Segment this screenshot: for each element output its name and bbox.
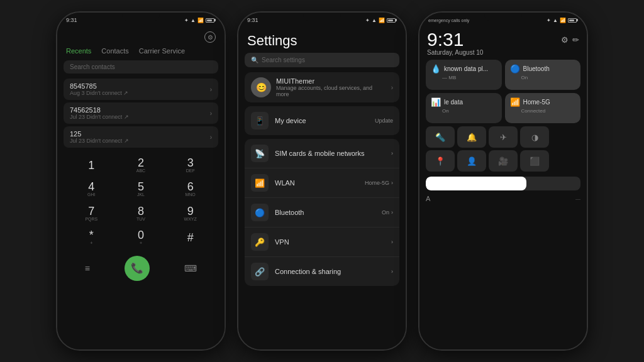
account-arrow: › — [391, 84, 393, 91]
dial-key-3[interactable]: 3DEF — [166, 154, 214, 177]
qs-video-tile[interactable]: 🎥 — [489, 150, 518, 172]
qs-settings-icon[interactable]: ⚙ — [561, 35, 569, 45]
wifi-tile-sub: Connected — [510, 108, 576, 114]
call-date-1: Aug 3 Didn't connect ↗ — [70, 90, 128, 96]
bluetooth-label: Bluetooth — [275, 209, 375, 216]
status-icons-3: ✦ ▲ 📶 — [547, 18, 578, 23]
qs-bell-tile[interactable]: 🔔 — [457, 126, 486, 148]
recent-call-1[interactable]: 8545785 Aug 3 Didn't connect ↗ › — [64, 79, 218, 100]
mobiledata-tile-sub: On — [431, 108, 497, 114]
tab-carrier[interactable]: Carrier Service — [135, 45, 189, 57]
status-icons-1: ✦ ▲ 📶 — [184, 18, 216, 23]
mydevice-icon: 📱 — [251, 112, 269, 129]
sig-icon: ▲ — [372, 18, 377, 23]
settings-content: Settings 🔍 Search settings 😊 MIUIThemer … — [238, 28, 406, 349]
sim-icon: 📡 — [251, 145, 269, 162]
settings-item-bluetooth[interactable]: 🔵 Bluetooth On › — [245, 198, 399, 228]
keypad-icon[interactable]: ⌨ — [184, 263, 197, 273]
brightness-slider[interactable] — [426, 177, 580, 190]
wifi-tile-label: Home-5G — [523, 99, 550, 106]
notch-2 — [303, 13, 341, 21]
data-tile-sub: — MB — [431, 75, 497, 80]
font-drag-handle: — — [575, 196, 580, 202]
settings-item-sharing[interactable]: 🔗 Connection & sharing › — [245, 257, 399, 286]
account-name: MIUIThemer — [276, 77, 386, 85]
settings-item-sim[interactable]: 📡 SIM cards & mobile networks › — [245, 139, 399, 168]
status-bar-dialer: 9:31 ✦ ▲ 📶 — [57, 13, 225, 28]
settings-item-mydevice[interactable]: 📱 My device Update — [245, 106, 399, 135]
qs-tile-mobiledata[interactable]: 📊 le data On — [426, 93, 502, 123]
dial-key-4[interactable]: 4GHI — [67, 178, 116, 200]
call-arrow-1: › — [210, 86, 212, 93]
qs-date: Saturday, August 10 — [419, 49, 587, 56]
qs-airplane-tile[interactable]: ✈ — [489, 126, 518, 148]
qs-notification: emergency calls only — [428, 18, 469, 23]
dial-key-7[interactable]: 7PQRS — [67, 202, 116, 225]
dialpad: 1 2ABC 3DEF 4GHI 5JKL 6MNO 7PQRS 8TUV 9W… — [57, 149, 225, 252]
status-bar-qs: emergency calls only ✦ ▲ 📶 — [419, 13, 587, 28]
dial-key-2[interactable]: 2ABC — [117, 154, 165, 177]
dialer-header: ⚙ — [57, 28, 225, 45]
notch — [122, 13, 160, 21]
sim-right: › — [391, 150, 393, 156]
qs-edit-icon[interactable]: ✏ — [572, 35, 579, 45]
qs-tile-wifi[interactable]: 📶 Home-5G Connected — [505, 93, 581, 123]
call-number-1: 8545785 — [70, 82, 128, 90]
bt-arrow: › — [391, 209, 393, 216]
bluetooth-right: On › — [382, 209, 393, 216]
dial-key-hash[interactable]: # — [166, 226, 214, 249]
qs-empty-tile-2 — [552, 150, 573, 172]
tab-contacts[interactable]: Contacts — [97, 45, 132, 57]
qs-dnd-tile[interactable]: ◑ — [520, 126, 549, 148]
qs-tile-bluetooth[interactable]: 🔵 Bluetooth On — [505, 60, 581, 90]
settings-group-main: 📱 My device Update — [245, 106, 399, 135]
bluetooth-icon-status: ✦ — [184, 18, 189, 23]
wlan-right: Home-5G › — [365, 180, 393, 186]
dialer-tabs: Recents Contacts Carrier Service — [57, 45, 225, 57]
recent-call-3[interactable]: 125 Jul 23 Didn't connect ↗ › — [64, 126, 218, 148]
status-time-1: 9:31 — [66, 17, 77, 23]
settings-item-wlan[interactable]: 📶 WLAN Home-5G › — [245, 168, 399, 198]
qs-location-tile[interactable]: 📍 — [426, 150, 455, 172]
qs-extra-tile[interactable]: ⬛ — [520, 150, 549, 172]
dial-key-6[interactable]: 6MNO — [166, 178, 214, 200]
dialer-action-bar: ≡ 📞 ⌨ — [57, 252, 225, 286]
qs-small-row-2: 📍 👤 🎥 ⬛ — [419, 150, 587, 174]
bt-icon-3: ✦ — [547, 18, 551, 23]
dial-key-9[interactable]: 9WXYZ — [166, 202, 214, 225]
qs-small-row-1: 🔦 🔔 ✈ ◑ — [419, 126, 587, 150]
dial-key-1[interactable]: 1 — [67, 154, 116, 177]
settings-search-bar[interactable]: 🔍 Search settings — [245, 53, 399, 67]
sharing-right: › — [391, 268, 393, 275]
tab-recents[interactable]: Recents — [62, 45, 95, 57]
qs-user-tile[interactable]: 👤 — [457, 150, 486, 172]
dial-key-0[interactable]: 0+ — [117, 226, 165, 249]
menu-icon[interactable]: ≡ — [85, 263, 90, 273]
mydevice-right: Update — [375, 118, 393, 124]
dial-key-star[interactable]: *+ — [67, 226, 116, 249]
wlan-icon: 📶 — [251, 174, 269, 192]
avatar: 😊 — [251, 77, 271, 97]
settings-item-vpn[interactable]: 🔑 VPN › — [245, 228, 399, 257]
qs-empty-tile — [552, 126, 573, 148]
search-placeholder: Search settings — [262, 57, 305, 63]
signal-icon: ▲ — [191, 18, 196, 23]
settings-icon[interactable]: ⚙ — [204, 31, 216, 43]
search-contacts[interactable]: Search contacts — [64, 60, 218, 74]
phone-dialer: 9:31 ✦ ▲ 📶 ⚙ Recents Contacts Carrier Se… — [56, 11, 226, 351]
bluetooth-icon: 🔵 — [251, 204, 269, 221]
notch-3 — [484, 13, 522, 21]
qs-torch-tile[interactable]: 🔦 — [426, 126, 455, 148]
qs-content: 9:31 ⚙ ✏ Saturday, August 10 💧 known dat… — [419, 28, 587, 349]
recent-call-2[interactable]: 74562518 Jul 23 Didn't connect ↗ › — [64, 102, 218, 124]
call-button[interactable]: 📞 — [125, 256, 150, 281]
status-time-2: 9:31 — [247, 17, 258, 23]
dial-key-5[interactable]: 5JKL — [117, 178, 165, 200]
bt-tile-label: Bluetooth — [523, 65, 550, 72]
wlan-label: WLAN — [275, 179, 358, 187]
dial-key-8[interactable]: 8TUV — [117, 202, 165, 225]
wifi-icon: 📶 — [197, 18, 204, 23]
qs-tile-data[interactable]: 💧 known data pl... — MB — [426, 60, 502, 90]
miui-account-item[interactable]: 😊 MIUIThemer Manage accounts, cloud serv… — [245, 72, 399, 102]
wifi-tile-icon: 📶 — [510, 97, 520, 107]
